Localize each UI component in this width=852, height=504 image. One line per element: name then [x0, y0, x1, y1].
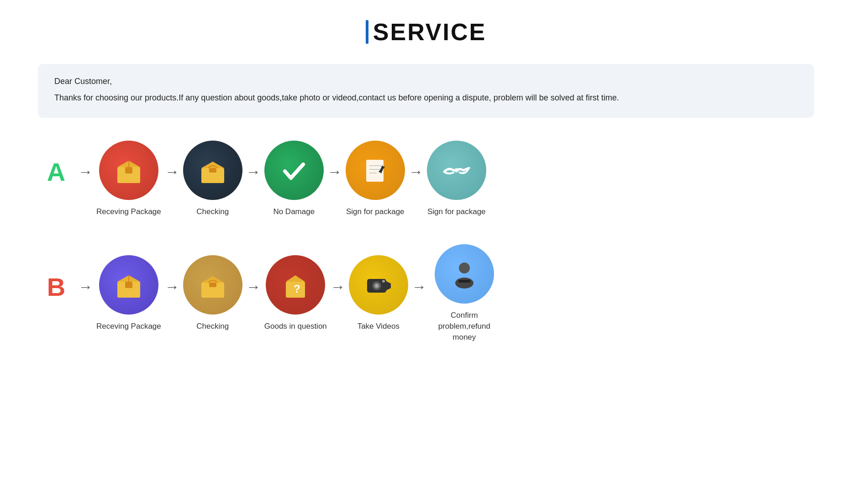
svg-rect-16	[125, 282, 132, 288]
step-label-b5: Confirm problem,refund money	[430, 310, 499, 342]
flow-row-b: B → Receving Package →	[38, 244, 814, 342]
step-label-a1: Receving Package	[96, 206, 161, 217]
title-bar	[366, 20, 368, 44]
flow-step-b2: Checking	[183, 255, 242, 332]
icon-orange-sign	[346, 141, 405, 200]
svg-marker-19	[201, 276, 224, 283]
svg-point-30	[459, 262, 470, 273]
svg-rect-32	[458, 280, 470, 283]
flow-step-a3: No Damage	[264, 141, 324, 217]
step-label-a4: Sign for package	[346, 206, 405, 217]
flow-section: A → Receving Package →	[38, 141, 814, 343]
svg-marker-28	[386, 281, 391, 290]
arrow-a1: →	[161, 163, 183, 180]
svg-rect-2	[125, 167, 132, 173]
arrow-b3: →	[327, 278, 349, 295]
flow-step-a2: Checking	[183, 141, 242, 217]
flow-step-a4: Sign for package	[346, 141, 405, 217]
flow-step-b1: Receving Package	[96, 255, 161, 332]
arrow-b0: →	[74, 278, 96, 295]
icon-red-question: ?	[266, 255, 325, 315]
svg-point-29	[382, 280, 385, 283]
arrow-b1: →	[161, 278, 183, 295]
svg-rect-20	[209, 283, 216, 287]
step-label-b2: Checking	[196, 321, 229, 332]
icon-dark-package	[183, 141, 242, 200]
svg-point-31	[455, 278, 473, 289]
title-text: SERVICE	[373, 18, 486, 46]
arrow-a2: →	[242, 163, 264, 180]
notice-body: Thanks for choosing our products.If any …	[54, 91, 798, 105]
flow-step-b3: ? Goods in question	[264, 255, 327, 332]
arrow-a0: →	[74, 163, 96, 180]
arrow-b4: →	[408, 278, 430, 295]
svg-point-27	[375, 284, 378, 287]
svg-text:?: ?	[294, 283, 300, 295]
step-label-a3: No Damage	[273, 206, 315, 217]
svg-marker-5	[201, 162, 224, 168]
svg-point-13	[454, 168, 459, 173]
flow-row-a: A → Receving Package →	[38, 141, 814, 217]
flow-step-a5: Sign for package	[427, 141, 486, 217]
step-label-b1: Receving Package	[96, 321, 161, 332]
arrow-b2: →	[242, 278, 264, 295]
page-title: SERVICE	[366, 18, 486, 46]
arrow-a4: →	[405, 163, 427, 180]
icon-purple-package	[99, 255, 158, 315]
icon-yellow-camera	[349, 255, 408, 315]
icon-red-package	[99, 141, 158, 200]
svg-marker-22	[286, 275, 305, 282]
icon-tan-package	[183, 255, 242, 315]
arrow-a3: →	[324, 163, 346, 180]
icon-light-blue-person	[435, 244, 494, 304]
step-label-a5: Sign for package	[427, 206, 486, 217]
flow-letter-a: A	[38, 157, 74, 187]
flow-step-b4: Take Videos	[349, 255, 408, 332]
step-label-b3: Goods in question	[264, 321, 327, 332]
svg-rect-6	[209, 168, 216, 173]
notice-greeting: Dear Customer,	[54, 77, 798, 86]
icon-teal-handshake	[427, 141, 486, 200]
step-label-b4: Take Videos	[358, 321, 400, 332]
notice-box: Dear Customer, Thanks for choosing our p…	[38, 64, 814, 118]
flow-step-b5: Confirm problem,refund money	[430, 244, 499, 342]
step-label-a2: Checking	[196, 206, 229, 217]
flow-letter-b: B	[38, 272, 74, 302]
icon-green-check	[264, 141, 324, 200]
flow-step-a1: Receving Package	[96, 141, 161, 217]
